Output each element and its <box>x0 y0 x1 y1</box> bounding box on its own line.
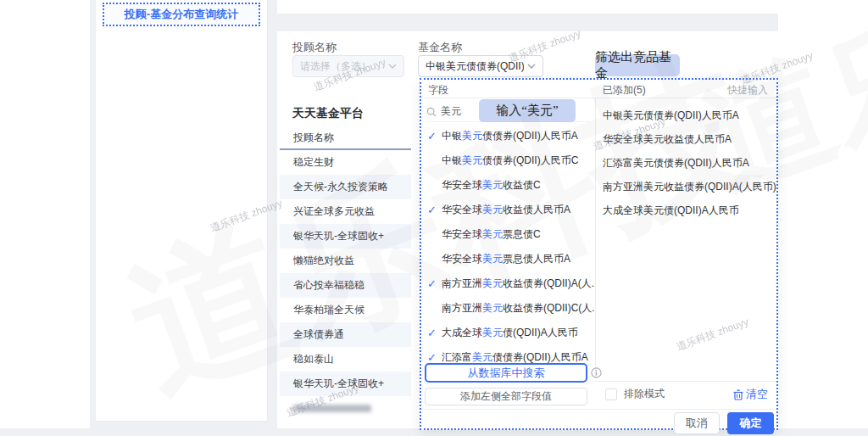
sidebar-item[interactable] <box>280 396 411 421</box>
left-blank-panel <box>96 0 268 422</box>
added-value-item[interactable]: 中银美元债债券(QDII)人民币A <box>603 103 772 127</box>
fund-field-dropdown: 字段 已添加(5) 快捷输入 ✓中银美元债债券(QDII)人民币A中银美元债债券… <box>420 78 778 430</box>
search-match-highlight: 美元 <box>482 253 503 265</box>
search-match-highlight: 美元 <box>482 302 503 314</box>
field-column-header: 字段 <box>428 83 448 98</box>
field-option[interactable]: 华安全球美元票息债C <box>421 222 595 247</box>
blurred-item-text <box>293 405 371 412</box>
fund-select[interactable]: 中银美元债债券(QDII)... <box>418 55 543 77</box>
search-match-highlight: 美元 <box>482 228 503 240</box>
field-options-list: ✓中银美元债债券(QDII)人民币A中银美元债债券(QDII)人民币C华安全球美… <box>421 124 595 370</box>
cancel-button[interactable]: 取消 <box>674 412 720 434</box>
fund-name-label: 基金名称 <box>418 40 462 55</box>
tab-fund-distribution-query[interactable]: 投顾-基金分布查询统计 <box>103 3 260 26</box>
sidebar-item[interactable]: 稳定生财 <box>280 150 411 175</box>
annotation-input-usd: 输入“美元” <box>479 99 576 122</box>
add-all-left-values-button[interactable]: 添加左侧全部字段值 <box>425 388 587 405</box>
search-database-button[interactable]: 从数据库中搜索 <box>425 363 587 383</box>
chevron-down-icon <box>527 64 536 69</box>
added-values-list: 中银美元债债券(QDII)人民币A华安全球美元收益债人民币A汇添富美元债债券(Q… <box>603 103 772 222</box>
platform-title: 天天基金平台 <box>292 106 364 121</box>
trash-icon <box>733 389 743 400</box>
divider <box>595 381 776 382</box>
divider <box>421 409 776 410</box>
search-match-highlight: 美元 <box>462 130 482 142</box>
quick-input-link[interactable]: 快捷输入 <box>727 83 768 98</box>
search-match-highlight: 美元 <box>462 154 482 166</box>
sidebar-item[interactable]: 全球债券通 <box>280 322 411 347</box>
tab-label: 投顾-基金分布查询统计 <box>125 7 238 22</box>
search-match-highlight: 美元 <box>482 277 503 289</box>
field-option[interactable]: 华安全球美元收益债C <box>421 173 595 198</box>
clear-label: 清空 <box>746 387 768 402</box>
field-option[interactable]: ✓南方亚洲美元收益债券(QDII)A(人... <box>421 271 595 296</box>
check-icon: ✓ <box>427 198 437 222</box>
sidebar-item[interactable]: 懒猫绝对收益 <box>280 249 411 273</box>
field-option[interactable]: 中银美元债债券(QDII)人民币C <box>421 148 595 173</box>
field-option[interactable]: ✓中银美元债债券(QDII)人民币A <box>421 124 595 148</box>
confirm-button[interactable]: 确定 <box>727 412 774 434</box>
annotation-filter-competitor-funds: 筛选出竞品基金 <box>595 54 680 76</box>
sidebar-item[interactable]: 省心投幸福稳稳 <box>280 273 411 298</box>
exclude-mode-label: 排除模式 <box>624 387 665 401</box>
platform-nav-list: 投顾名称稳定生财全天候-永久投资策略兴证全球多元收益银华天玑-全球固收+懒猫绝对… <box>280 126 411 421</box>
column-divider <box>595 98 596 377</box>
advisor-select[interactable]: 请选择（多选） <box>292 55 404 77</box>
added-column-header: 已添加(5) <box>603 83 646 98</box>
advisor-select-placeholder: 请选择（多选） <box>300 59 385 74</box>
added-value-item[interactable]: 大成全球美元债(QDII)A人民币 <box>603 198 772 222</box>
search-match-highlight: 美元 <box>472 351 492 363</box>
clear-button[interactable]: 清空 <box>733 387 768 402</box>
field-option[interactable]: 华安全球美元票息债人民币A <box>421 247 595 271</box>
check-icon: ✓ <box>427 321 437 345</box>
sidebar-item[interactable]: 银华天玑-全球固收+ <box>280 224 411 249</box>
added-value-item[interactable]: 汇添富美元债债券(QDII)人民币A <box>603 151 772 175</box>
field-option[interactable]: ✓大成全球美元债(QDII)A人民币 <box>421 321 595 345</box>
field-option[interactable]: 南方亚洲美元收益债券(QDII)C(人... <box>421 296 595 321</box>
check-icon: ✓ <box>427 271 437 296</box>
chevron-down-icon <box>388 64 397 69</box>
upper-card-bottom: 共 3 条 <box>277 0 778 14</box>
sidebar-item[interactable]: 稳如泰山 <box>280 347 411 372</box>
page-right-margin <box>778 0 868 428</box>
field-option[interactable]: ✓华安全球美元收益债人民币A <box>421 198 595 222</box>
dropdown-header-row: 字段 已添加(5) 快捷输入 <box>421 80 776 98</box>
search-match-highlight: 美元 <box>482 179 503 191</box>
advisor-name-label: 投顾名称 <box>292 40 337 55</box>
sidebar-item[interactable]: 投顾名称 <box>280 126 411 150</box>
sidebar-item[interactable]: 全天候-永久投资策略 <box>280 175 411 199</box>
check-icon: ✓ <box>427 124 437 148</box>
exclude-mode-checkbox[interactable] <box>605 388 617 400</box>
added-value-item[interactable]: 华安全球美元收益债人民币A <box>603 127 772 151</box>
sidebar-item[interactable]: 兴证全球多元收益 <box>280 199 411 224</box>
sidebar-item[interactable]: 银华天玑-全球固收+ <box>280 372 411 396</box>
fund-select-value: 中银美元债债券(QDII)... <box>426 59 524 74</box>
search-match-highlight: 美元 <box>482 327 503 338</box>
sidebar-item[interactable]: 华泰柏瑞全天候 <box>280 298 411 322</box>
added-value-item[interactable]: 南方亚洲美元收益债券(QDII)A(人民币) <box>603 175 772 198</box>
search-icon <box>426 107 437 117</box>
info-icon[interactable] <box>591 367 602 378</box>
page-left-margin <box>0 0 90 428</box>
search-match-highlight: 美元 <box>482 204 503 215</box>
